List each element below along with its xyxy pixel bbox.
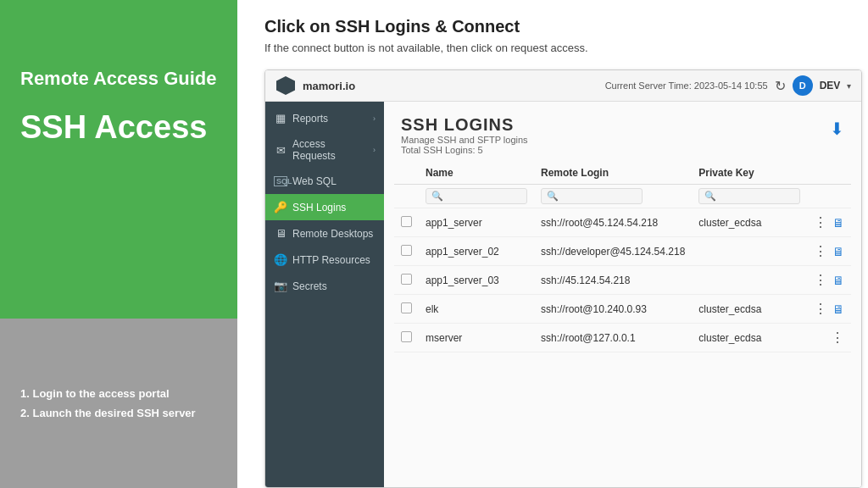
table-row: app1_server_03 ssh://45.124.54.218 ⋮ 🖥 bbox=[394, 266, 851, 295]
row-actions-1: ⋮ 🖥 bbox=[807, 237, 851, 266]
row-cb-0[interactable] bbox=[394, 208, 419, 237]
web-sql-icon: SQL bbox=[274, 176, 287, 186]
checkbox-1[interactable] bbox=[401, 245, 412, 256]
content-subtitle: Manage SSH and SFTP logins bbox=[401, 135, 528, 145]
filter-row: 🔍 🔍 🔍 bbox=[394, 185, 851, 208]
left-panel: Remote Access Guide SSH Access 1. Login … bbox=[0, 0, 237, 488]
checkbox-2[interactable] bbox=[401, 274, 412, 285]
brand-name: mamori.io bbox=[303, 80, 355, 92]
table-row: app1_server ssh://root@45.124.54.218 clu… bbox=[394, 208, 851, 237]
row-actions-3: ⋮ 🖥 bbox=[807, 295, 851, 324]
step-1-number: 1. bbox=[20, 387, 30, 400]
ssh-logins-icon: 🔑 bbox=[274, 201, 287, 214]
row-cb-2[interactable] bbox=[394, 266, 419, 295]
server-time: Current Server Time: 2023-05-14 10:55 bbox=[605, 80, 768, 91]
table-row: elk ssh://root@10.240.0.93 cluster_ecdsa… bbox=[394, 295, 851, 324]
secrets-icon: 📷 bbox=[274, 280, 287, 292]
col-private-key: Private Key bbox=[692, 162, 807, 185]
dots-menu-4[interactable]: ⋮ bbox=[831, 330, 844, 346]
row-key-2 bbox=[692, 266, 807, 295]
sidebar-item-access-requests[interactable]: ✉ Access Requests › bbox=[265, 131, 384, 169]
step-2-number: 2. bbox=[20, 407, 30, 419]
web-sql-label: Web SQL bbox=[292, 175, 376, 187]
ssh-logins-table: Name Remote Login Private Key bbox=[394, 162, 851, 352]
row-key-0: cluster_ecdsa bbox=[692, 208, 807, 237]
content-total: Total SSH Logins: 5 bbox=[401, 145, 528, 155]
logo-hex bbox=[276, 76, 295, 95]
browser-body: ▦ Reports › ✉ Access Requests › SQL Web … bbox=[265, 102, 861, 487]
table-row: mserver ssh://root@127.0.0.1 cluster_ecd… bbox=[394, 324, 851, 352]
col-name: Name bbox=[419, 162, 534, 185]
browser-window: mamori.io Current Server Time: 2023-05-1… bbox=[264, 69, 862, 488]
remote-search-icon: 🔍 bbox=[547, 191, 559, 202]
row-remote-1: ssh://developer@45.124.54.218 bbox=[534, 237, 692, 266]
connect-btn-0[interactable]: 🖥 bbox=[832, 216, 844, 230]
dots-menu-2[interactable]: ⋮ bbox=[814, 272, 827, 288]
access-requests-arrow: › bbox=[373, 146, 376, 154]
row-key-1 bbox=[692, 237, 807, 266]
key-search-icon: 🔍 bbox=[704, 191, 716, 202]
right-panel: Click on SSH Logins & Connect If the con… bbox=[237, 0, 868, 488]
reports-icon: ▦ bbox=[274, 112, 287, 125]
dots-menu-0[interactable]: ⋮ bbox=[814, 214, 827, 230]
connect-btn-3[interactable]: 🖥 bbox=[832, 302, 844, 316]
sidebar-item-ssh-logins[interactable]: 🔑 SSH Logins bbox=[265, 194, 384, 220]
col-checkbox bbox=[394, 162, 419, 185]
remote-desktops-label: Remote Desktops bbox=[292, 228, 376, 240]
row-actions-2: ⋮ 🖥 bbox=[807, 266, 851, 295]
name-search-icon: 🔍 bbox=[431, 191, 443, 202]
sidebar-item-remote-desktops[interactable]: 🖥 Remote Desktops bbox=[265, 220, 384, 247]
row-name-4: mserver bbox=[419, 324, 534, 352]
row-name-1: app1_server_02 bbox=[419, 237, 534, 266]
sidebar-item-http-resources[interactable]: 🌐 HTTP Resources bbox=[265, 247, 384, 273]
reports-arrow: › bbox=[373, 114, 376, 123]
browser-topbar: mamori.io Current Server Time: 2023-05-1… bbox=[265, 70, 861, 102]
nav-sidebar: ▦ Reports › ✉ Access Requests › SQL Web … bbox=[265, 102, 384, 487]
filter-name[interactable]: 🔍 bbox=[419, 185, 534, 208]
ssh-access-label: SSH Access bbox=[20, 110, 217, 146]
user-avatar: D bbox=[793, 75, 813, 96]
dots-menu-3[interactable]: ⋮ bbox=[814, 301, 827, 317]
row-remote-2: ssh://45.124.54.218 bbox=[534, 266, 692, 295]
row-remote-4: ssh://root@127.0.0.1 bbox=[534, 324, 692, 352]
filter-cb bbox=[394, 185, 419, 208]
sidebar-item-secrets[interactable]: 📷 Secrets bbox=[265, 273, 384, 299]
guide-label: Remote Access Guide bbox=[20, 68, 217, 90]
refresh-icon[interactable]: ↻ bbox=[775, 78, 786, 94]
instruction-subtitle: If the connect button is not available, … bbox=[264, 42, 862, 54]
filter-remote-login[interactable]: 🔍 bbox=[534, 185, 692, 208]
row-name-3: elk bbox=[419, 295, 534, 324]
row-remote-0: ssh://root@45.124.54.218 bbox=[534, 208, 692, 237]
logo-icon bbox=[275, 75, 296, 96]
row-cb-3[interactable] bbox=[394, 295, 419, 324]
step-1-text: Login to the access portal bbox=[32, 387, 169, 400]
checkbox-0[interactable] bbox=[401, 216, 412, 227]
step-2: 2. Launch the desired SSH server bbox=[20, 407, 217, 419]
content-header: SSH LOGINS Manage SSH and SFTP logins To… bbox=[384, 102, 861, 162]
table-header-row: Name Remote Login Private Key bbox=[394, 162, 851, 185]
connect-btn-2[interactable]: 🖥 bbox=[832, 274, 844, 287]
connect-btn-1[interactable]: 🖥 bbox=[832, 245, 844, 258]
secrets-label: Secrets bbox=[292, 280, 376, 292]
row-name-0: app1_server bbox=[419, 208, 534, 237]
user-label: DEV bbox=[820, 80, 841, 92]
access-requests-icon: ✉ bbox=[274, 144, 287, 157]
step-1: 1. Login to the access portal bbox=[20, 387, 217, 400]
checkbox-3[interactable] bbox=[401, 302, 412, 313]
sidebar-item-web-sql[interactable]: SQL Web SQL bbox=[265, 169, 384, 194]
filter-actions bbox=[807, 185, 851, 208]
content-title: SSH LOGINS bbox=[401, 115, 528, 135]
row-cb-4[interactable] bbox=[394, 324, 419, 352]
filter-private-key[interactable]: 🔍 bbox=[692, 185, 807, 208]
row-name-2: app1_server_03 bbox=[419, 266, 534, 295]
sidebar-item-reports[interactable]: ▦ Reports › bbox=[265, 105, 384, 131]
table-row: app1_server_02 ssh://developer@45.124.54… bbox=[394, 237, 851, 266]
checkbox-4[interactable] bbox=[401, 331, 412, 342]
content-title-group: SSH LOGINS Manage SSH and SFTP logins To… bbox=[401, 115, 528, 155]
download-icon[interactable]: ⬇ bbox=[830, 119, 844, 139]
http-resources-label: HTTP Resources bbox=[292, 254, 376, 266]
dots-menu-1[interactable]: ⋮ bbox=[814, 243, 827, 259]
row-cb-1[interactable] bbox=[394, 237, 419, 266]
chevron-down-icon[interactable]: ▾ bbox=[847, 81, 851, 91]
table-wrapper: Name Remote Login Private Key bbox=[384, 162, 861, 487]
